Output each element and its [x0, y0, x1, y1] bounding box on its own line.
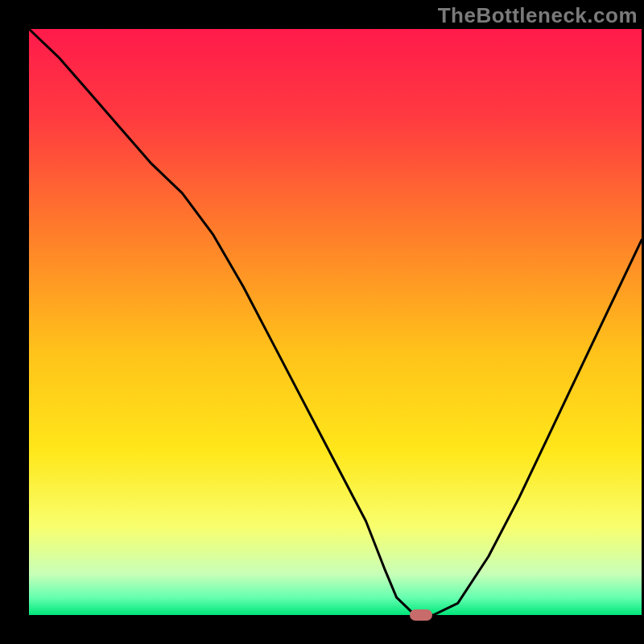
optimal-marker [410, 609, 432, 621]
chart-root: TheBottleneck.com [0, 0, 644, 644]
watermark-text: TheBottleneck.com [438, 3, 638, 28]
chart-svg [0, 0, 644, 644]
plot-background [29, 29, 642, 615]
